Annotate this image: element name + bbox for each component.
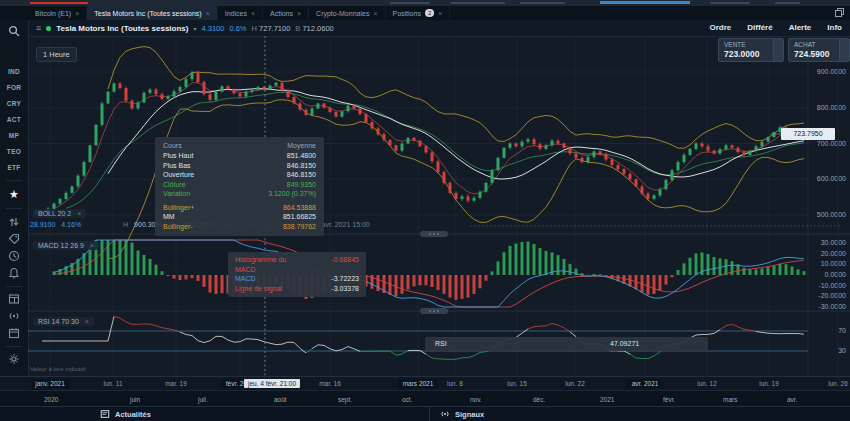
trading-platform: Bitcoin (E1) × Tesla Motors Inc (Toutes … (0, 0, 850, 421)
navigator-label: juin (128, 396, 142, 403)
tooltip-row: Ouverture846.8150 (163, 170, 316, 180)
tooltip-row: Plus Bas846.8150 (163, 161, 316, 171)
tooltip-row: Bollinger-838.79762 (163, 222, 316, 232)
time-axis-tick: mar. 16 (319, 380, 341, 387)
rsi-tooltip: RSI 47.09271 (425, 337, 708, 351)
navigator-label: avr. (785, 396, 799, 403)
rsi-chip-label: RSI 14 70 30 (38, 318, 79, 325)
buy-price: 724.5900 (794, 49, 844, 59)
rsi-chip[interactable]: RSI 14 70 30 × (33, 317, 94, 326)
timeframe-badge[interactable]: 1 Heure (36, 47, 77, 62)
time-axis-tick: lun. 11 (103, 380, 122, 387)
tooltip-row: Variation3.1200 (0.37%) (163, 189, 316, 199)
tooltip-row: MM851.66825 (163, 212, 316, 222)
time-axis-tick: lun. 15 (507, 380, 527, 387)
bollinger-chip[interactable]: BOLL 20 2 × (33, 209, 86, 218)
navigator-label: oct. (400, 396, 414, 403)
signals-tab-label: Signaux (455, 410, 484, 419)
navigator-label: nov. (468, 396, 484, 403)
navigator-label: août (272, 396, 289, 403)
price-tooltip: Cours Moyenne Plus Haut851.4800Plus Bas8… (155, 137, 324, 236)
buy-label: ACHAT (794, 41, 844, 48)
navigator-label: juil. (196, 396, 210, 403)
signals-icon (440, 409, 450, 419)
bottom-bar: Actualités Signaux (0, 406, 850, 421)
bollinger-chip-label: BOLL 20 2 (38, 210, 71, 217)
macd-tooltip: Histogramme du MACD-0.68845MACD-3.72223L… (228, 252, 366, 297)
chart-canvas[interactable] (0, 0, 850, 421)
period-change-pct: 4.16% (61, 221, 81, 228)
tooltip-row: MACD-3.72223 (235, 274, 359, 284)
sell-label: VENTE (724, 41, 778, 48)
news-tab-label: Actualités (115, 410, 151, 419)
signals-tab[interactable]: Signaux (440, 409, 484, 419)
tooltip-row: Clôture849.9350 (163, 180, 316, 190)
sell-quote-button[interactable]: VENTE 723.0000 (718, 38, 784, 62)
time-axis-tick: mar. 19 (165, 380, 187, 387)
time-axis-tick: lun. 22 (565, 380, 585, 387)
disclaimer-text: Valeur à titre indicatif (30, 366, 86, 372)
tooltip-row: Histogramme du MACD-0.68845 (235, 255, 359, 274)
navigator-label: 2021 (598, 396, 616, 403)
navigator-label: déc. (531, 396, 547, 403)
close-icon[interactable]: × (77, 210, 81, 217)
rsi-tooltip-label: RSI (435, 340, 447, 347)
close-icon[interactable]: × (85, 318, 89, 325)
time-axis-tick: avr. 2021 (628, 379, 663, 388)
rsi-tooltip-value: 47.09271 (610, 340, 639, 347)
navigator-label: févr. (661, 396, 677, 403)
macd-chip-label: MACD 12 26 9 (38, 242, 84, 249)
crosshair-time-label: jeu. 4 févr. 21:00 (244, 379, 300, 388)
tooltip-row: Plus Haut851.4800 (163, 151, 316, 161)
last-price-tag: 723.7950 (781, 128, 835, 140)
time-axis-tick: lun. 26 (828, 380, 848, 387)
time-axis-tick: lun. 19 (759, 380, 779, 387)
time-axis[interactable]: janv. 2021lun. 11mar. 19févr. 2021mar. 1… (0, 376, 850, 391)
buy-quote-button[interactable]: ACHAT 724.5900 (788, 38, 850, 62)
navigator-label: sept. (336, 396, 354, 403)
close-icon[interactable]: × (90, 242, 94, 249)
divider (429, 407, 430, 421)
time-axis-tick: lun. 8 (447, 380, 463, 387)
time-axis-tick: janv. 2021 (31, 379, 69, 388)
sell-price: 723.0000 (724, 49, 778, 59)
period-high-label: H (123, 221, 128, 228)
navigator-label: 2020 (42, 396, 60, 403)
tooltip-row: Ligne de signal-3.03378 (235, 284, 359, 294)
tooltip-col-left: Cours (163, 141, 182, 151)
news-icon (100, 409, 110, 419)
macd-chip[interactable]: MACD 12 26 9 × (33, 241, 99, 250)
period-change: 28.9100 (30, 221, 55, 228)
time-axis-tick: mars 2021 (399, 379, 438, 388)
navigator-label: mars (721, 396, 739, 403)
news-tab[interactable]: Actualités (100, 409, 151, 419)
tooltip-row: Bollinger+864.53888 (163, 203, 316, 213)
tooltip-col-right: Moyenne (287, 141, 316, 151)
time-axis-tick: lun. 12 (697, 380, 717, 387)
